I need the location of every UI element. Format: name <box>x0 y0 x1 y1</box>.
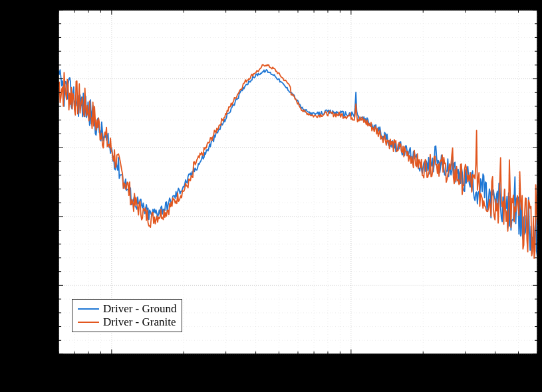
legend-row-0: Driver - Ground <box>78 302 176 316</box>
legend-label-1: Driver - Granite <box>103 316 176 329</box>
legend-swatch-0 <box>78 308 99 310</box>
chart-container: Driver - Ground Driver - Granite <box>0 0 542 392</box>
legend-row-1: Driver - Granite <box>78 316 176 329</box>
legend: Driver - Ground Driver - Granite <box>72 299 182 332</box>
chart-svg <box>0 0 542 392</box>
legend-label-0: Driver - Ground <box>103 302 176 316</box>
legend-swatch-1 <box>78 322 99 323</box>
